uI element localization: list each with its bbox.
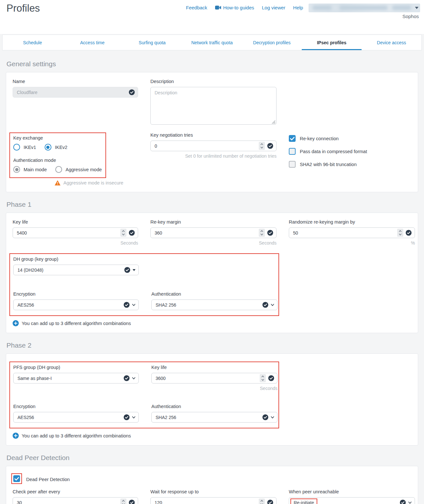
check-circle-icon bbox=[406, 230, 412, 236]
number-spinner[interactable] bbox=[259, 142, 265, 150]
p1-rekey-margin-unit: Seconds bbox=[150, 240, 277, 246]
p2-key-life-input[interactable] bbox=[151, 373, 277, 383]
p1-encryption-label: Encryption bbox=[13, 291, 139, 297]
p2-key-life-unit: Seconds bbox=[151, 386, 277, 391]
p1-key-life-label: Key life bbox=[13, 219, 138, 225]
number-spinner[interactable] bbox=[397, 229, 403, 237]
phase2-card: PFS group (DH group) Same as phase-I bbox=[6, 353, 418, 446]
number-spinner[interactable] bbox=[260, 374, 266, 382]
description-field[interactable] bbox=[150, 87, 277, 125]
p2-authentication-label: Authentication bbox=[151, 404, 277, 409]
check-circle-icon bbox=[262, 302, 268, 308]
number-spinner[interactable] bbox=[120, 499, 126, 504]
dpd-heading: Dead Peer Detection bbox=[6, 454, 418, 462]
p1-randomize-input[interactable] bbox=[289, 227, 415, 238]
reinitiate-annotation-box: Re-initiate bbox=[290, 499, 317, 504]
check-circle-icon bbox=[267, 230, 273, 236]
check-circle-icon bbox=[400, 499, 406, 504]
feedback-link[interactable]: Feedback bbox=[186, 5, 207, 10]
tab-schedule[interactable]: Schedule bbox=[3, 35, 62, 50]
account-dropdown[interactable] bbox=[309, 4, 420, 12]
dpd-enable-checkbox[interactable] bbox=[13, 475, 20, 482]
tab-access-time[interactable]: Access time bbox=[62, 35, 122, 50]
p1-dh-group-select[interactable]: 14 (DH2048) bbox=[13, 265, 139, 275]
dpd-wait-label: Wait for response up to bbox=[150, 489, 277, 494]
key-exchange-annotation-box: Key exchange IKEv1 IKEv2 Authentication … bbox=[9, 132, 106, 178]
dpd-check-peer-input[interactable] bbox=[13, 497, 138, 504]
description-label: Description bbox=[150, 79, 277, 84]
check-circle-icon bbox=[124, 302, 130, 308]
caret-down-icon bbox=[133, 269, 136, 271]
p2-pfs-group-label: PFS group (DH group) bbox=[13, 365, 139, 370]
key-negotiation-input[interactable] bbox=[150, 141, 277, 151]
name-field[interactable]: Cloudflare bbox=[13, 87, 138, 98]
p1-authentication-select[interactable]: SHA2 256 bbox=[151, 299, 277, 310]
tab-surfing-quota[interactable]: Surfing quota bbox=[122, 35, 182, 50]
rekey-connection-checkbox[interactable] bbox=[289, 135, 296, 142]
check-circle-icon bbox=[129, 230, 135, 236]
chevron-down-icon bbox=[132, 416, 136, 418]
check-circle-icon bbox=[267, 143, 273, 149]
check-circle-icon bbox=[267, 499, 273, 504]
brand-label: Sophos bbox=[402, 14, 419, 19]
p2-authentication-select[interactable]: SHA2 256 bbox=[151, 412, 277, 423]
ikev1-radio[interactable] bbox=[13, 144, 20, 151]
p2-encryption-select[interactable]: AES256 bbox=[13, 412, 139, 423]
ikev2-radio[interactable] bbox=[45, 144, 51, 151]
help-link[interactable]: Help bbox=[293, 5, 303, 10]
aggressive-mode-label: Aggressive mode bbox=[66, 167, 102, 172]
number-spinner[interactable] bbox=[120, 229, 126, 237]
check-circle-icon bbox=[268, 375, 274, 381]
number-spinner[interactable] bbox=[259, 229, 265, 237]
caret-down-icon bbox=[415, 7, 419, 9]
warning-triangle-icon bbox=[55, 180, 60, 185]
phase1-heading: Phase 1 bbox=[6, 201, 418, 208]
check-circle-icon bbox=[262, 414, 268, 420]
tab-network-traffic-quota[interactable]: Network traffic quota bbox=[182, 35, 242, 50]
rekey-connection-label: Re-key connection bbox=[300, 136, 339, 141]
p1-add-note: You can add up to 3 different algorithm … bbox=[22, 321, 131, 326]
number-spinner[interactable] bbox=[259, 499, 265, 504]
key-negotiation-helper: Set 0 for unlimited number of negotiatio… bbox=[150, 153, 277, 159]
general-settings-card: Name Cloudflare Description bbox=[6, 72, 418, 192]
p1-encryption-select[interactable]: AES256 bbox=[13, 299, 139, 310]
redacted-account-text bbox=[339, 5, 388, 10]
check-circle-icon bbox=[124, 414, 130, 420]
ikev2-label: IKEv2 bbox=[55, 145, 68, 150]
resize-handle[interactable] bbox=[272, 120, 276, 124]
dpd-wait-input[interactable] bbox=[150, 497, 277, 504]
add-combination-icon[interactable] bbox=[13, 433, 19, 439]
p2-pfs-group-select[interactable]: Same as phase-I bbox=[13, 373, 139, 383]
key-negotiation-label: Key negotiation tries bbox=[150, 132, 277, 138]
p1-rekey-margin-label: Re-key margin bbox=[150, 219, 277, 225]
check-circle-icon bbox=[124, 375, 130, 381]
page-header: Profiles Feedback How-to guides Log view… bbox=[0, 0, 424, 34]
dpd-card: Dead Peer Detection Check peer after eve… bbox=[6, 466, 418, 504]
profile-tabs: Schedule Access time Surfing quota Netwo… bbox=[2, 35, 422, 50]
phase1-card: Key life Seconds Re-key margin bbox=[6, 213, 418, 333]
ikev1-label: IKEv1 bbox=[24, 145, 36, 150]
p1-authentication-label: Authentication bbox=[151, 291, 277, 297]
dpd-unreachable-label: When peer unreachable bbox=[289, 489, 415, 494]
sha2-96-checkbox[interactable] bbox=[289, 161, 296, 168]
add-combination-icon[interactable] bbox=[13, 320, 19, 326]
howto-guides-link[interactable]: How-to guides bbox=[215, 5, 254, 10]
tab-device-access[interactable]: Device access bbox=[362, 35, 421, 50]
main-mode-label: Main mode bbox=[24, 167, 47, 172]
log-viewer-link[interactable]: Log viewer bbox=[262, 5, 286, 10]
p1-randomize-unit: % bbox=[289, 240, 415, 246]
phase2-heading: Phase 2 bbox=[6, 341, 418, 349]
tab-ipsec-profiles[interactable]: IPsec profiles bbox=[302, 35, 362, 50]
name-label: Name bbox=[13, 79, 138, 84]
chevron-down-icon bbox=[408, 501, 412, 504]
aggressive-mode-radio[interactable] bbox=[55, 166, 62, 173]
p1-rekey-margin-input[interactable] bbox=[150, 227, 277, 238]
chevron-down-icon bbox=[132, 377, 136, 379]
p1-key-life-input[interactable] bbox=[13, 227, 138, 238]
compressed-format-checkbox[interactable] bbox=[289, 148, 296, 155]
tab-decryption-profiles[interactable]: Decryption profiles bbox=[242, 35, 302, 50]
dpd-check-peer-label: Check peer after every bbox=[13, 489, 138, 494]
main-mode-radio[interactable] bbox=[13, 166, 20, 173]
dpd-unreachable-select[interactable]: Re-initiate bbox=[289, 497, 415, 504]
chevron-down-icon bbox=[271, 304, 274, 306]
